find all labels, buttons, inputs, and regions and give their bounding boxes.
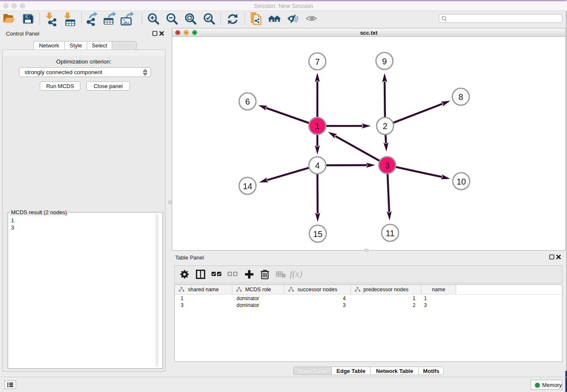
svg-text:1: 1	[315, 121, 319, 131]
svg-text:11: 11	[386, 229, 395, 238]
svg-text:2: 2	[383, 121, 387, 131]
svg-text:f(x): f(x)	[290, 269, 302, 279]
svg-text:7: 7	[315, 57, 319, 66]
svg-text:10: 10	[457, 177, 466, 186]
svg-text:4: 4	[315, 161, 319, 170]
svg-text:15: 15	[313, 229, 322, 239]
svg-text:8: 8	[458, 92, 463, 102]
svg-text:14: 14	[243, 182, 252, 191]
svg-text:6: 6	[245, 97, 250, 106]
svg-text:3: 3	[385, 161, 389, 170]
svg-text:9: 9	[382, 57, 387, 66]
